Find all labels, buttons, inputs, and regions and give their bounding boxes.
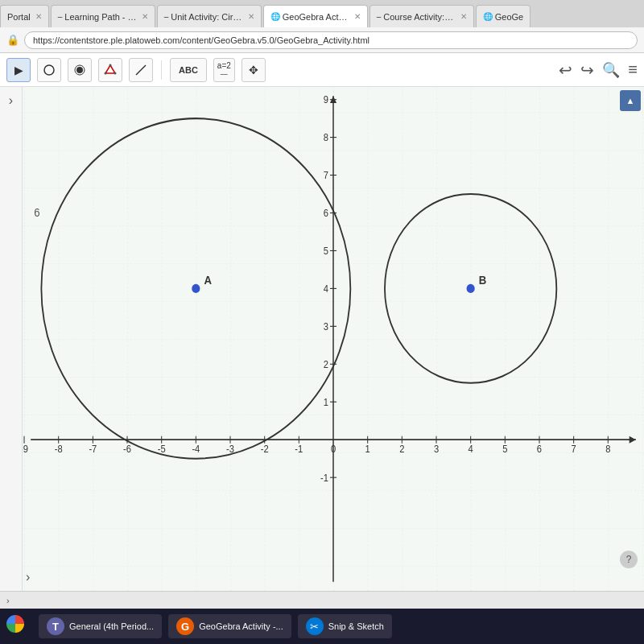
svg-text:-9: -9 <box>23 443 28 454</box>
svg-point-70 <box>192 284 200 293</box>
tab-close-course-activity[interactable]: ✕ <box>460 12 467 21</box>
svg-text:-4: -4 <box>192 443 200 454</box>
tab-close-unit-activity[interactable]: ✕ <box>248 12 254 21</box>
svg-text:4: 4 <box>469 443 474 454</box>
svg-text:0: 0 <box>331 443 336 454</box>
help-button[interactable]: ? <box>620 551 638 568</box>
tool-arrow[interactable]: ▶ <box>6 58 31 82</box>
taskbar-item-snip[interactable]: ✂ Snip & Sketch <box>298 614 392 638</box>
svg-text:6: 6 <box>34 205 40 219</box>
toolbar-right: ↩ ↪ 🔍 ≡ <box>559 60 638 80</box>
svg-text:-5: -5 <box>158 443 166 454</box>
svg-text:3: 3 <box>324 320 329 332</box>
right-panel-button[interactable]: ▲ <box>620 90 641 111</box>
ggb-toolbar: ▶ ABC a=2— ✥ ↩ ↪ 🔍 ≡ <box>0 53 644 87</box>
teams-label: General (4th Period... <box>69 621 154 631</box>
svg-text:8: 8 <box>324 132 329 143</box>
bottom-arrow[interactable]: › <box>6 596 10 605</box>
svg-text:A: A <box>204 273 213 287</box>
svg-line-7 <box>136 65 146 75</box>
svg-text:9: 9 <box>324 94 328 105</box>
svg-point-4 <box>109 64 112 66</box>
svg-text:6: 6 <box>537 443 543 454</box>
tab-learning-path[interactable]: – Learning Path - Ge ✕ <box>51 5 155 27</box>
address-bar: 🔒 <box>0 27 644 53</box>
svg-point-73 <box>467 284 475 293</box>
tab-bar: Portal ✕ – Learning Path - Ge ✕ – Unit A… <box>0 0 644 27</box>
security-icon: 🔒 <box>6 34 19 46</box>
svg-text:B: B <box>479 273 487 287</box>
svg-text:2: 2 <box>324 358 328 369</box>
svg-text:8: 8 <box>605 443 611 454</box>
tab-geoge[interactable]: 🌐 GeoGe <box>476 5 530 27</box>
taskbar-item-geogebra[interactable]: G GeoGebra Activity -... <box>168 614 291 638</box>
taskbar: T General (4th Period... G GeoGebra Acti… <box>0 609 644 644</box>
svg-point-6 <box>105 72 107 74</box>
svg-text:5: 5 <box>502 443 508 454</box>
ggb-canvas[interactable]: ▲ <box>23 87 644 591</box>
svg-text:-7: -7 <box>89 443 97 454</box>
tab-geogebra-activity[interactable]: 🌐 GeoGebra Activity - Ge ✕ <box>263 5 368 27</box>
coordinate-plane: -9 -8 -7 -6 -5 -4 -3 -2 -1 0 1 2 3 4 5 6 <box>23 87 644 591</box>
svg-point-0 <box>44 65 54 75</box>
search-button[interactable]: 🔍 <box>602 61 620 79</box>
right-panel-icon: ▲ <box>626 96 635 105</box>
svg-text:-1: -1 <box>320 472 328 483</box>
content-area: › ▲ <box>0 87 644 591</box>
chrome-icon <box>6 615 29 638</box>
tool-expr-label: a=2— <box>217 61 231 78</box>
menu-button[interactable]: ≡ <box>628 60 638 79</box>
tab-unit-activity[interactable]: – Unit Activity: Circle ✕ <box>157 5 262 27</box>
taskbar-item-teams[interactable]: T General (4th Period... <box>39 614 162 638</box>
expand-left-button[interactable]: › <box>26 570 30 584</box>
svg-text:1: 1 <box>324 396 328 407</box>
svg-text:4: 4 <box>324 283 329 294</box>
svg-text:5: 5 <box>324 245 329 256</box>
svg-text:7: 7 <box>572 443 576 454</box>
svg-text:2: 2 <box>399 443 404 454</box>
geogebra-label: GeoGebra Activity -... <box>199 621 283 631</box>
snip-icon: ✂ <box>306 617 324 635</box>
svg-text:-2: -2 <box>261 443 269 454</box>
geogebra-icon: G <box>176 617 194 635</box>
tool-line[interactable] <box>129 58 153 82</box>
tool-circle[interactable] <box>37 58 61 82</box>
svg-text:-8: -8 <box>55 443 63 454</box>
redo-button[interactable]: ↪ <box>580 60 594 80</box>
tool-polygon[interactable] <box>98 58 122 82</box>
left-sidebar: › <box>0 87 23 591</box>
tab-close-portal[interactable]: ✕ <box>35 12 42 21</box>
toolbar-separator-1 <box>161 60 162 80</box>
svg-point-5 <box>114 72 117 74</box>
undo-button[interactable]: ↩ <box>559 60 572 80</box>
svg-text:-1: -1 <box>295 443 303 454</box>
bottom-bar: › <box>0 591 644 609</box>
tab-close-geogebra[interactable]: ✕ <box>354 12 361 21</box>
tool-expr[interactable]: a=2— <box>213 58 235 82</box>
tool-text-label: ABC <box>175 65 201 75</box>
tool-move[interactable]: ✥ <box>242 58 266 82</box>
svg-point-1 <box>76 67 83 73</box>
snip-label: Snip & Sketch <box>328 621 384 631</box>
svg-text:1: 1 <box>365 443 370 454</box>
sidebar-toggle[interactable]: › <box>9 93 13 108</box>
svg-text:-3: -3 <box>226 443 234 454</box>
tab-portal[interactable]: Portal ✕ <box>0 5 49 27</box>
svg-text:7: 7 <box>324 170 328 181</box>
tab-course-activity[interactable]: – Course Activity: Pr ✕ <box>369 5 474 27</box>
tool-text[interactable]: ABC <box>170 58 207 82</box>
browser-window: Portal ✕ – Learning Path - Ge ✕ – Unit A… <box>0 0 644 644</box>
teams-icon: T <box>47 617 64 635</box>
tab-close-learning-path[interactable]: ✕ <box>142 12 148 21</box>
address-input[interactable] <box>24 31 638 49</box>
tool-point[interactable] <box>68 58 92 82</box>
svg-text:6: 6 <box>324 207 329 218</box>
svg-text:3: 3 <box>434 443 440 454</box>
svg-text:-6: -6 <box>123 443 131 454</box>
